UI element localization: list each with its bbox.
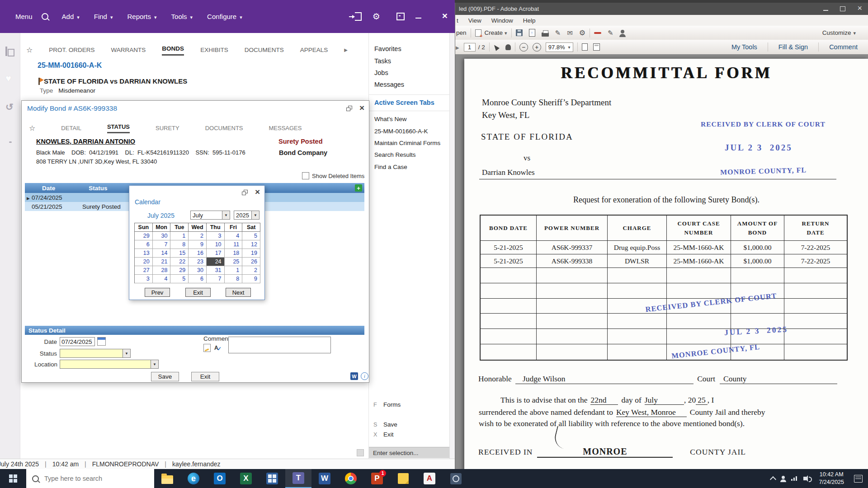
zoom-in-icon[interactable]: + bbox=[533, 43, 541, 52]
case-tab-bonds[interactable]: BONDS bbox=[162, 45, 184, 56]
excel-icon[interactable]: X bbox=[233, 469, 259, 488]
menubar-item-configure[interactable]: Configure bbox=[207, 13, 242, 20]
fit-width-view-icon[interactable] bbox=[593, 43, 600, 51]
people-tray-icon[interactable] bbox=[782, 476, 785, 479]
comment-tab[interactable]: Comment bbox=[823, 43, 864, 51]
next-page-icon[interactable] bbox=[456, 44, 459, 51]
calendar-day[interactable]: 2 bbox=[242, 266, 260, 275]
acrobat-icon[interactable] bbox=[416, 469, 443, 488]
calendar-day[interactable]: 21 bbox=[153, 258, 171, 266]
spellcheck-doc-icon[interactable] bbox=[203, 344, 211, 352]
word-icon[interactable]: W bbox=[311, 469, 338, 488]
menubar-item-tools[interactable]: Tools bbox=[171, 13, 193, 20]
calendar-day[interactable]: 2 bbox=[189, 232, 207, 240]
select-tool-icon[interactable] bbox=[492, 43, 500, 51]
show-deleted-checkbox[interactable] bbox=[302, 172, 309, 179]
fullscreen-icon[interactable] bbox=[396, 13, 405, 20]
restore-icon[interactable] bbox=[242, 190, 248, 195]
calendar-day[interactable]: 4 bbox=[153, 275, 171, 283]
more-tabs-icon[interactable] bbox=[344, 46, 348, 56]
file-explorer-icon[interactable] bbox=[154, 469, 180, 488]
zoom-out-icon[interactable]: − bbox=[519, 43, 528, 52]
calendar-day[interactable]: 17 bbox=[207, 249, 225, 258]
screen-tab-case[interactable]: 25-MM-001660-A-K bbox=[374, 128, 428, 135]
history-icon[interactable] bbox=[5, 102, 14, 113]
favorites-heart-icon[interactable] bbox=[5, 73, 11, 84]
favorite-star-icon[interactable] bbox=[29, 124, 35, 133]
outlook-icon[interactable]: O bbox=[207, 469, 233, 488]
documents-icon[interactable] bbox=[5, 47, 7, 56]
tab-messages[interactable]: MESSAGES bbox=[269, 125, 302, 133]
calendar-day[interactable]: 15 bbox=[170, 249, 189, 258]
menubar-item-reports[interactable]: Reports bbox=[127, 13, 156, 20]
calendar-day[interactable]: 6 bbox=[189, 275, 207, 283]
my-tools-tab[interactable]: My Tools bbox=[725, 43, 764, 51]
minimize-icon[interactable] bbox=[415, 18, 421, 19]
menubar-item-menu[interactable]: Menu bbox=[15, 13, 33, 20]
zoom-level-select[interactable]: 97.8% bbox=[546, 42, 573, 52]
case-tab-appeals[interactable]: APPEALS bbox=[300, 47, 328, 56]
menubar-item-find[interactable]: Find bbox=[94, 13, 113, 20]
calendar-day[interactable]: 5 bbox=[242, 232, 260, 240]
spellcheck-abc-icon[interactable] bbox=[214, 345, 218, 351]
calendar-day[interactable]: 25 bbox=[225, 258, 243, 266]
calendar-prev-button[interactable]: Prev bbox=[145, 288, 170, 297]
shortcut-exit[interactable]: Exit bbox=[383, 431, 394, 438]
calendar-day[interactable]: 8 bbox=[170, 240, 189, 249]
calendar-exit-button[interactable]: Exit bbox=[185, 288, 211, 297]
comment-textarea[interactable] bbox=[228, 337, 331, 353]
maximize-icon[interactable] bbox=[840, 6, 845, 11]
defendant-name-link[interactable]: KNOWLES, DARRIAN ANTONIO bbox=[36, 138, 135, 145]
calendar-next-button[interactable]: Next bbox=[226, 288, 251, 297]
calendar-day[interactable]: 18 bbox=[225, 249, 243, 258]
calendar-day[interactable]: 31 bbox=[207, 266, 225, 275]
calendar-day-selected[interactable]: 24 bbox=[207, 258, 225, 266]
signature-person-icon[interactable] bbox=[621, 30, 624, 33]
case-number-link[interactable]: 25-MM-001660-A-K bbox=[38, 61, 102, 70]
close-icon[interactable] bbox=[359, 104, 364, 113]
chrome-icon[interactable] bbox=[338, 469, 364, 488]
calendar-day[interactable]: 27 bbox=[135, 266, 153, 275]
sticky-notes-icon[interactable] bbox=[390, 469, 416, 488]
calendar-day[interactable]: 29 bbox=[135, 232, 153, 240]
search-icon[interactable] bbox=[42, 13, 48, 20]
action-center-icon[interactable] bbox=[854, 475, 863, 483]
location-dropdown[interactable] bbox=[60, 360, 151, 369]
menubar-item-add[interactable]: Add bbox=[62, 13, 80, 20]
screen-tab-maintain-criminal-forms[interactable]: Maintain Criminal Forms bbox=[374, 140, 440, 146]
date-input[interactable] bbox=[60, 337, 95, 346]
calendar-day[interactable]: 29 bbox=[170, 266, 189, 275]
calendar-day[interactable]: 10 bbox=[207, 240, 225, 249]
screen-tab-find-a-case[interactable]: Find a Case bbox=[374, 164, 407, 170]
case-tab-documents[interactable]: DOCUMENTS bbox=[245, 47, 284, 56]
restore-icon[interactable] bbox=[346, 106, 352, 111]
sidebar-item-favorites[interactable]: Favorites bbox=[374, 45, 401, 52]
hand-tool-icon[interactable] bbox=[505, 44, 511, 50]
gear-icon[interactable] bbox=[579, 28, 585, 37]
close-icon[interactable] bbox=[442, 13, 448, 21]
tab-surety[interactable]: SURETY bbox=[156, 125, 179, 133]
calendar-day[interactable]: 28 bbox=[153, 266, 171, 275]
calendar-day[interactable]: 3 bbox=[207, 232, 225, 240]
tab-status[interactable]: STATUS bbox=[107, 123, 130, 133]
calendar-day[interactable]: 9 bbox=[242, 275, 260, 283]
calendar-day[interactable]: 9 bbox=[189, 240, 207, 249]
year-select[interactable]: 2025 bbox=[234, 211, 259, 220]
screen-tab-whats-new[interactable]: What's New bbox=[374, 116, 407, 122]
edge-icon[interactable] bbox=[180, 469, 207, 488]
grid-app-icon[interactable] bbox=[259, 469, 285, 488]
calendar-day[interactable]: 22 bbox=[170, 258, 189, 266]
case-tab-prot-orders[interactable]: PROT. ORDERS bbox=[49, 47, 94, 56]
sidebar-item-tasks[interactable]: Tasks bbox=[374, 57, 391, 65]
add-row-icon[interactable] bbox=[355, 184, 362, 192]
favorite-star-icon[interactable] bbox=[26, 46, 33, 56]
sidebar-item-messages[interactable]: Messages bbox=[374, 81, 404, 88]
dropdown-arrow-icon[interactable] bbox=[151, 360, 159, 369]
close-icon[interactable] bbox=[857, 5, 862, 12]
taskbar-search[interactable] bbox=[26, 469, 154, 488]
word-icon[interactable] bbox=[350, 372, 358, 380]
calendar-day[interactable]: 26 bbox=[242, 258, 260, 266]
calendar-day[interactable]: 13 bbox=[135, 249, 153, 258]
info-icon[interactable] bbox=[361, 372, 368, 380]
tab-detail[interactable]: DETAIL bbox=[61, 125, 81, 133]
